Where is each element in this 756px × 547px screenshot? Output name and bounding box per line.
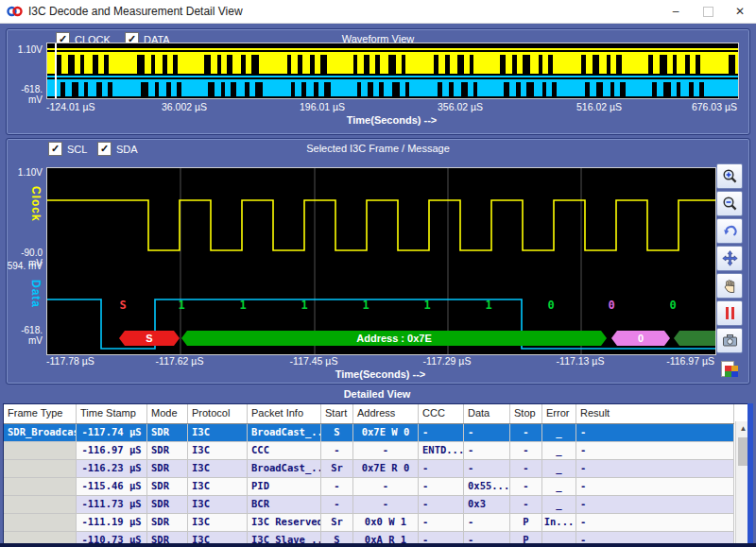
table-row[interactable]: -116.23 µSSDRI3CBroadCast_...Sr0x7E R 0-… (4, 460, 734, 478)
waveform-scale-bottom: -618. mV (7, 84, 43, 105)
camera-button[interactable] (716, 328, 743, 353)
table-cell: SDR (147, 442, 188, 459)
panel-edge (747, 403, 753, 543)
col-header-result: Result (576, 404, 734, 423)
col-header-address: Address (353, 404, 419, 423)
window-title: I3C Decode and Measurement Detail View (28, 5, 243, 18)
bit-label: 1 (239, 299, 246, 312)
bit-label: 0 (608, 299, 614, 312)
table-cell: SDR (147, 424, 188, 441)
table-row[interactable]: -111.19 µSSDRI3CI3C ReservedSr0x0 W 1--P… (4, 514, 734, 532)
table-cell: - (464, 424, 510, 441)
table-row[interactable]: SDR_Broadcast-117.74 µSSDRI3CBroadCast_.… (4, 424, 734, 442)
bit-label: 1 (178, 299, 184, 312)
col-header-protocol: Protocol (188, 404, 248, 423)
col-header-ccc: CCC (419, 404, 464, 423)
minimize-button[interactable]: – (660, 0, 692, 23)
table-cell: BroadCast_... (248, 424, 321, 441)
table-cell: - (576, 514, 734, 531)
table-cell: P (510, 514, 542, 531)
table-cell: - (353, 478, 419, 495)
table-cell: I3C (188, 496, 248, 513)
clock-channel-label: Clock (29, 186, 43, 222)
time-tick: -117.13 µS (557, 355, 605, 367)
pause-icon (726, 307, 734, 319)
col-header-packet-info: Packet Info (248, 404, 321, 423)
table-cell: - (576, 478, 734, 495)
table-row[interactable]: -111.73 µSSDRI3CBCR---0x3-_- (4, 496, 734, 514)
time-tick: -116.97 µS (666, 355, 714, 367)
table-cell: - (510, 460, 542, 477)
table-cell: I3C (188, 442, 248, 459)
sda-checkbox-group: ✓ SDA (97, 142, 138, 156)
frame-plot[interactable]: S111111000 SAddress : 0x7E0 (46, 167, 716, 355)
table-cell: Sr (321, 460, 353, 477)
waveform-time-axis: -124.01 µS 36.002 µS 196.01 µS 356.02 µS… (46, 101, 737, 112)
check-icon: ✓ (100, 144, 109, 154)
time-tick: -117.78 µS (46, 355, 94, 367)
clock-scale-top: 1.10V (7, 167, 43, 178)
scl-trace (47, 200, 715, 250)
bit-label: 0 (669, 299, 676, 312)
waveform-traces (47, 43, 738, 98)
scl-checkbox-label: SCL (67, 144, 87, 155)
decode-segment: Address : 0x7E (181, 331, 607, 346)
table-cell: - (419, 514, 464, 531)
undo-icon (722, 224, 737, 239)
table-cell: CCC (248, 442, 321, 459)
zoom-out-button[interactable] (716, 191, 743, 216)
table-cell: -115.46 µS (77, 478, 147, 495)
table-cell: ENTD... (419, 442, 464, 459)
bit-layer: S111111000 (47, 299, 715, 314)
col-header-frame-type: Frame Type (4, 404, 77, 423)
table-cell: 0x0 W 1 (353, 514, 419, 531)
scl-checkbox[interactable]: ✓ (48, 142, 62, 156)
detailed-view-panel: Detailed View Frame Type Time Stamp Mode… (2, 386, 752, 545)
table-cell: - (419, 478, 464, 495)
decode-table: Frame Type Time Stamp Mode Protocol Pack… (3, 403, 749, 545)
hand-icon (722, 279, 737, 294)
table-cell: - (321, 478, 353, 495)
table-cell: - (419, 460, 464, 477)
zoom-in-icon (722, 168, 738, 184)
waveform-plot[interactable] (46, 43, 739, 99)
table-cell: - (464, 460, 510, 477)
time-tick: 356.02 µS (438, 101, 483, 112)
title-bar: I3C Decode and Measurement Detail View –… (0, 0, 756, 24)
table-cell: - (576, 496, 734, 513)
plot-toolbar (716, 163, 743, 381)
zoom-in-button[interactable] (716, 163, 743, 189)
maximize-button[interactable] (692, 0, 724, 23)
time-tick: -117.62 µS (156, 355, 204, 367)
table-row[interactable]: -115.46 µSSDRI3CPID---0x55...-_- (4, 478, 734, 496)
bit-label: 0 (547, 299, 554, 312)
table-cell: - (576, 442, 734, 459)
table-cell: -111.19 µS (77, 514, 147, 531)
bit-label: 1 (301, 299, 307, 312)
sda-checkbox[interactable]: ✓ (97, 142, 112, 156)
undo-button[interactable] (716, 218, 743, 244)
app-logo-icon (7, 4, 23, 19)
scl-checkbox-group: ✓ SCL (48, 142, 87, 156)
table-row[interactable]: -116.97 µSSDRI3CCCC--ENTD...--_- (4, 442, 734, 460)
col-header-stop: Stop (510, 404, 542, 423)
col-header-start: Start (321, 404, 353, 423)
pause-button[interactable] (716, 300, 743, 326)
sda-checkbox-label: SDA (116, 144, 138, 155)
table-cell: SDR (147, 460, 188, 477)
time-tick: 516.02 µS (576, 101, 622, 112)
time-tick: -117.29 µS (423, 355, 472, 367)
table-cell: PID (248, 478, 321, 495)
col-header-error: Error (542, 404, 576, 423)
table-cell: _ (542, 478, 576, 495)
cursor-line (55, 43, 57, 98)
color-palette-button[interactable] (716, 355, 743, 381)
table-cell: I3C (188, 460, 248, 477)
pan-button[interactable] (716, 246, 743, 271)
decode-segment: 0 (611, 331, 670, 346)
close-button[interactable]: ✕ (724, 0, 756, 23)
table-cell: - (510, 442, 542, 459)
table-cell: BCR (248, 496, 321, 513)
hand-button[interactable] (716, 273, 743, 299)
bit-label: S (119, 299, 126, 312)
